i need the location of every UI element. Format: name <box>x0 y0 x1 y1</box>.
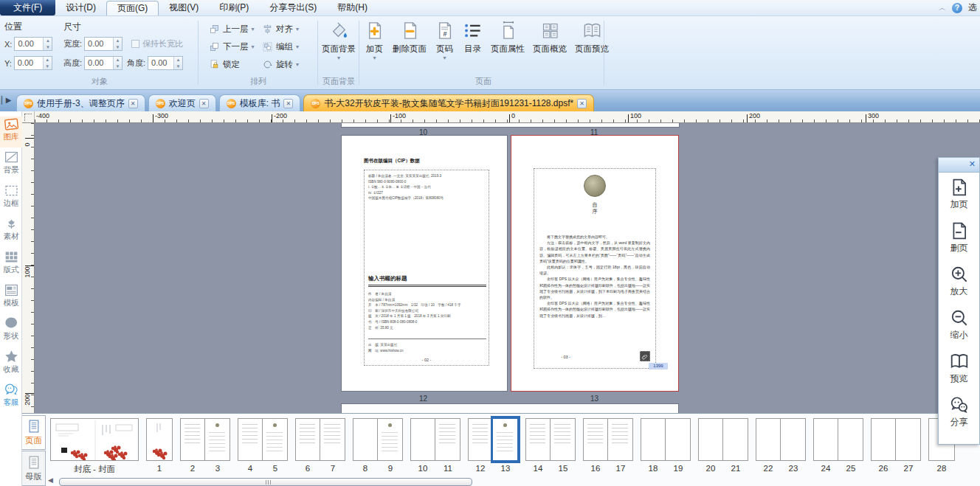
page-button-页码[interactable]: #页码▾ <box>432 16 458 62</box>
arrange-button-旋转[interactable]: 旋转▾ <box>260 58 301 71</box>
arrange-button-上一层[interactable]: 上一层▾ <box>207 22 257 35</box>
thumbnail-page-26[interactable] <box>871 418 896 461</box>
cip-text-frame[interactable]: 标题 / 朱自清著. —北京: 某某某某出版社, 2019.3ISBN 980-… <box>364 170 489 366</box>
checkbox-box[interactable] <box>131 40 139 48</box>
arrange-button-编组[interactable]: 编组▾ <box>260 40 301 53</box>
tab-master[interactable]: 母版 <box>22 451 46 486</box>
height-spinner-arrows[interactable]: ▲▼ <box>113 57 122 69</box>
page-13-surface-selected[interactable]: 自序 将下面文字替换成您的文章内容即可。方法：双击鼠标，选中框内文字，然后，从 … <box>511 135 679 392</box>
x-spinner-arrows[interactable]: ▲▼ <box>43 38 52 50</box>
thumbnail-cover[interactable] <box>50 418 139 461</box>
height-input[interactable]: 0.00▲▼ <box>84 56 122 70</box>
angle-input[interactable]: 0.00▲▼ <box>148 56 183 70</box>
frame-resize-handle[interactable] <box>640 351 650 361</box>
thumbnail-page-11[interactable] <box>435 418 460 461</box>
thumbnail-page-8[interactable] <box>353 418 378 461</box>
thumbnail-page-3[interactable] <box>205 418 230 461</box>
sidebar-expander-icon[interactable]: ▏▶ <box>1 96 10 104</box>
sidebar-item-客服[interactable]: 客服 <box>0 382 22 413</box>
menu-item-帮助(H)[interactable]: 帮助(H) <box>327 0 378 15</box>
panel-button-预览[interactable]: 预览 <box>939 347 979 390</box>
arrange-button-锁定[interactable]: 锁定 <box>207 58 257 71</box>
help-icon[interactable]: ? <box>952 3 962 13</box>
arrange-button-下一层[interactable]: 下一层▾ <box>207 40 257 53</box>
page-button-页面属性[interactable]: 页面属性 <box>488 16 528 62</box>
thumbnail-page-15[interactable] <box>551 418 576 461</box>
width-spinner-arrows[interactable]: ▲▼ <box>113 38 122 50</box>
thumbnail-page-20[interactable] <box>698 418 723 461</box>
thumbnail-page-21[interactable] <box>723 418 748 461</box>
document-tab[interactable]: DPS模板库: 书✕ <box>219 94 301 111</box>
thumbnail-page-23[interactable] <box>781 418 806 461</box>
menu-item-设计(D)[interactable]: 设计(D) <box>55 0 106 15</box>
panel-button-分享[interactable]: 分享 <box>939 390 979 434</box>
thumbnail-page-25[interactable] <box>838 418 863 461</box>
y-input[interactable]: 0.00▲▼ <box>14 56 52 70</box>
panel-button-加页[interactable]: 加页 <box>939 173 979 216</box>
thumb-scroll-left-icon[interactable]: ◀ <box>48 476 53 484</box>
thumbnail-page-14[interactable] <box>525 418 551 461</box>
sidebar-item-形状[interactable]: 形状 <box>0 316 22 347</box>
close-icon[interactable]: ✕ <box>969 159 976 169</box>
sidebar-item-收藏[interactable]: 收藏 <box>0 349 22 380</box>
close-tab-icon[interactable]: ✕ <box>199 99 209 108</box>
thumbnail-page-10[interactable] <box>410 418 435 461</box>
thumbnail-page-5[interactable] <box>263 418 288 461</box>
thumbnail-scrollbar[interactable] <box>59 478 472 486</box>
close-tab-icon[interactable]: ✕ <box>283 99 293 108</box>
sidebar-item-背景[interactable]: 背景 <box>0 150 22 181</box>
ruler-origin-corner[interactable] <box>22 111 35 123</box>
sidebar-item-边框[interactable]: 边框 <box>0 183 22 214</box>
thumbnail-page-12[interactable] <box>468 418 493 461</box>
document-tab[interactable]: DPS欢迎页✕ <box>148 94 216 111</box>
thumbnail-page-13[interactable] <box>493 418 518 461</box>
menu-item-文件(F)[interactable]: 文件(F) <box>0 0 55 15</box>
close-tab-icon[interactable]: ✕ <box>577 99 587 108</box>
thumbnail-page-16[interactable] <box>583 418 608 461</box>
panel-button-放大[interactable]: 放大 <box>939 260 979 303</box>
thumbnail-page-19[interactable] <box>666 418 691 461</box>
sidebar-item-图库[interactable]: 图库 <box>0 117 22 147</box>
thumbnail-page-18[interactable] <box>641 418 666 461</box>
collapse-ribbon-icon[interactable]: ︿ <box>939 3 946 13</box>
thumbnail-page-9[interactable] <box>378 418 403 461</box>
thumbnail-page-6[interactable] <box>295 418 320 461</box>
panel-button-删页[interactable]: 删页 <box>939 216 979 260</box>
thumbnail-page-1[interactable] <box>146 418 173 461</box>
options-label[interactable]: 选 <box>968 1 977 14</box>
menu-item-视图(V)[interactable]: 视图(V) <box>159 0 209 15</box>
tab-pages[interactable]: 页面 <box>22 415 46 450</box>
x-input[interactable]: 0.00▲▼ <box>14 37 52 51</box>
document-tab[interactable]: DPS使用手册-3、调整页序✕ <box>16 94 145 111</box>
thumbnail-page-17[interactable] <box>608 418 633 461</box>
page-12-surface[interactable]: 图书在版编目（CIP）数据 标题 / 朱自清著. —北京: 某某某某出版社, 2… <box>341 135 508 392</box>
menu-item-印刷(P)[interactable]: 印刷(P) <box>209 0 259 15</box>
menu-item-页面(G)[interactable]: 页面(G) <box>106 1 159 15</box>
thumbnail-page-4[interactable] <box>238 418 263 461</box>
canvas[interactable]: 10 11 图书在版编目（CIP）数据 标题 / 朱自清著. —北京: 某某某某… <box>22 123 980 413</box>
thumbnail-page-2[interactable] <box>180 418 205 461</box>
close-tab-icon[interactable]: ✕ <box>128 99 138 108</box>
preface-text-frame[interactable]: 自序 将下面文字替换成您的文章内容即可。方法：双击鼠标，选中框内文字，然后，从 … <box>534 168 656 369</box>
thumbnail-page-7[interactable] <box>320 418 345 461</box>
arrange-button-对齐[interactable]: 对齐▾ <box>260 22 301 35</box>
page-button-页面概览[interactable]: 页面概览 <box>530 16 570 62</box>
sidebar-item-版式[interactable]: 版式 <box>0 249 22 280</box>
thumbnail-page-27[interactable] <box>896 418 921 461</box>
sidebar-item-素材[interactable]: 素材 <box>0 216 22 247</box>
thumbnail-page-24[interactable] <box>813 418 838 461</box>
page-button-加页[interactable]: 加页▾ <box>362 16 387 62</box>
keep-ratio-checkbox[interactable]: 保持长宽比 <box>131 38 183 49</box>
y-spinner-arrows[interactable]: ▲▼ <box>43 57 52 69</box>
width-input[interactable]: 0.00▲▼ <box>84 37 122 51</box>
sidebar-item-模板[interactable]: 模板 <box>0 282 22 313</box>
panel-button-缩小[interactable]: 缩小 <box>939 303 979 347</box>
menu-item-分享导出(S)[interactable]: 分享导出(S) <box>259 0 327 15</box>
thumbnail-label-28: 28 <box>928 464 955 473</box>
page-button-页面预览[interactable]: 页面预览 <box>572 16 612 62</box>
page-button-删除页面[interactable]: 删除页面 <box>390 16 429 62</box>
angle-spinner-arrows[interactable]: ▲▼ <box>173 57 182 69</box>
document-tab[interactable]: DPS书-大32开软皮平装-散文集随笔文学书籍封面191231-1128.dps… <box>303 94 594 111</box>
page-button-目录[interactable]: 目录 <box>460 16 486 62</box>
thumbnail-page-22[interactable] <box>756 418 781 461</box>
